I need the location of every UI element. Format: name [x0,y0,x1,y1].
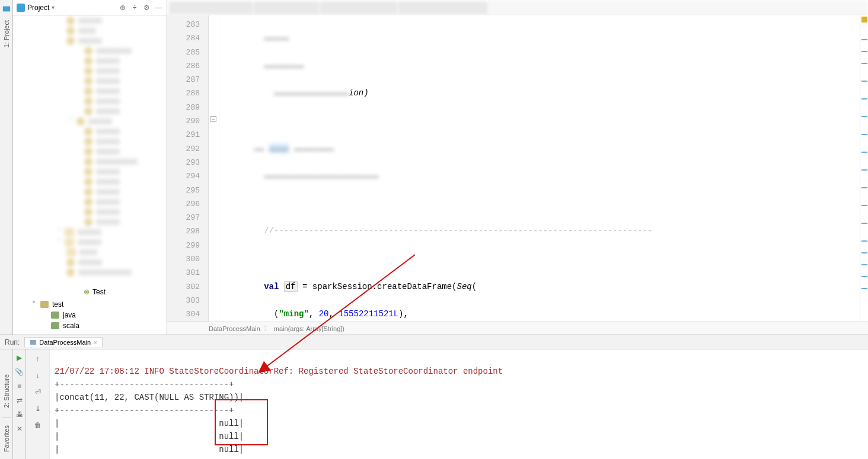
close-icon[interactable]: ✕ [14,423,25,435]
result-highlight-box [215,399,268,445]
down-icon[interactable]: ↓ [32,370,44,381]
run-tab-icon [30,339,37,346]
svg-rect-0 [2,7,9,12]
left-bottom-rail: 2: Structure Favorites [0,335,13,459]
settings-icon[interactable]: ⇄ [14,394,25,406]
run-left-toolbar-1: ▶ 📎 ■ ⇄ 🖶 ✕ [13,335,26,459]
rerun-icon[interactable]: ▶ [14,352,25,364]
structure-tool-button[interactable]: 2: Structure [3,370,10,413]
stop-icon[interactable]: ■ [14,380,25,392]
gear-icon[interactable]: ⚙ [142,3,151,12]
project-tool-button[interactable]: 1: Project [3,15,10,52]
project-title-icon [17,4,25,12]
up-icon[interactable]: ↑ [32,353,44,365]
editor-tabs[interactable] [167,0,868,15]
tree-folder-scala[interactable]: scala [51,320,79,331]
tree-folder-test[interactable]: ˅test [31,299,79,310]
fold-strip: − [209,15,219,322]
project-icon [2,5,11,13]
print-icon[interactable]: 🖶 [14,409,25,421]
svg-rect-1 [30,340,36,345]
run-left-toolbar-2: ↑ ↓ ⏎ ⤓ 🗑 [26,335,50,459]
minimize-icon[interactable]: — [154,3,163,12]
project-panel-header: Project ▾ ⊕ ÷ ⚙ — [13,0,167,15]
editor-breadcrumb[interactable]: DataProcessMain〉main(args: Array[String]… [167,322,868,335]
run-console[interactable]: 21/07/22 17:08:12 INFO StateStoreCoordin… [50,335,868,459]
wrap-icon[interactable]: ⏎ [32,386,44,398]
left-tool-rail: 1: Project [0,0,13,335]
tree-folder-java[interactable]: java [51,310,79,320]
attach-icon[interactable]: 📎 [14,366,25,378]
editor-area: 2832842852862872882892902912922932942952… [167,0,868,335]
line-gutter: 2832842852862872882892902912922932942952… [167,15,209,322]
trash-icon[interactable]: 🗑 [32,419,44,431]
dropdown-icon[interactable]: ▾ [52,4,55,11]
run-label: Run: [5,338,20,346]
scroll-icon[interactable]: ⤓ [32,403,44,415]
project-tree[interactable]: ˅ ˃ ˃ [13,15,167,335]
project-panel: Project ▾ ⊕ ÷ ⚙ — [13,0,167,335]
editor-marker-strip[interactable] [860,15,868,322]
project-title: Project [27,4,49,12]
code-editor[interactable]: ▬▬▬▬▬ ▬▬▬▬▬▬▬▬ ▬▬▬▬▬▬▬▬▬▬▬▬▬▬▬ion) ▬▬ ▬▬… [219,15,860,322]
run-tool-window: Run: DataProcessMain × 2: Structure Favo… [0,335,868,459]
divide-icon[interactable]: ÷ [130,3,139,12]
tree-node-test-class[interactable]: Test [84,288,106,296]
target-icon[interactable]: ⊕ [118,3,127,12]
fold-marker[interactable]: − [210,116,216,122]
favorites-tool-button[interactable]: Favorites [3,421,10,457]
warning-indicator [861,17,867,23]
